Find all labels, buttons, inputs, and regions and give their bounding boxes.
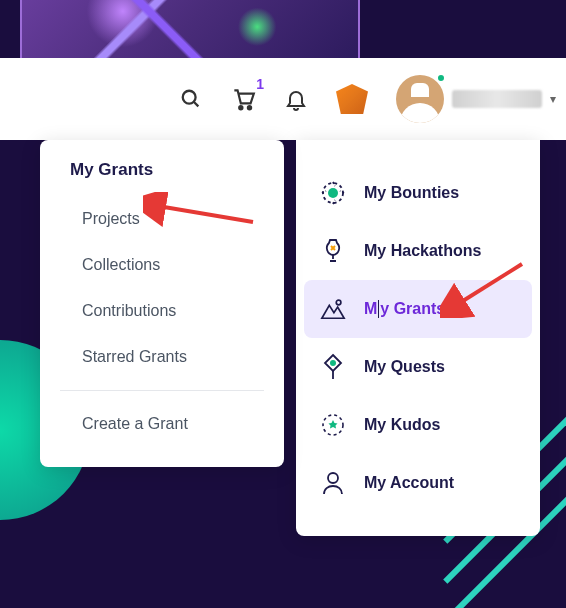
- grants-submenu: My Grants Projects Collections Contribut…: [40, 140, 284, 467]
- quests-icon: [320, 354, 346, 380]
- menu-my-account[interactable]: My Account: [296, 454, 540, 512]
- svg-point-0: [183, 91, 196, 104]
- svg-line-10: [158, 206, 253, 222]
- chevron-down-icon: ▾: [550, 92, 556, 106]
- top-navbar: 1 ▾: [0, 58, 566, 140]
- submenu-title: My Grants: [40, 160, 284, 196]
- cart-icon[interactable]: 1: [230, 86, 256, 112]
- status-dot: [436, 73, 446, 83]
- svg-point-6: [336, 300, 341, 305]
- user-dropdown-menu: My Bounties My Hackathons My Grants: [296, 140, 540, 536]
- menu-label: My Grants: [364, 300, 445, 319]
- menu-my-quests[interactable]: My Quests: [296, 338, 540, 396]
- svg-line-11: [458, 264, 522, 304]
- avatar: [396, 75, 444, 123]
- cart-badge: 1: [256, 76, 264, 92]
- svg-point-7: [330, 360, 336, 366]
- submenu-collections[interactable]: Collections: [40, 242, 284, 288]
- svg-point-9: [328, 473, 338, 483]
- username-blurred: [452, 90, 542, 108]
- svg-line-1: [194, 102, 199, 107]
- kudos-icon: [320, 412, 346, 438]
- grants-icon: [320, 296, 346, 322]
- menu-label: My Account: [364, 474, 454, 492]
- annotation-arrow-right: [440, 258, 530, 318]
- annotation-arrow-left: [143, 192, 263, 232]
- metamask-icon[interactable]: [336, 84, 368, 114]
- svg-point-3: [248, 106, 251, 109]
- submenu-create-grant[interactable]: Create a Grant: [40, 401, 284, 447]
- svg-point-4: [328, 188, 338, 198]
- banner-artwork: [20, 0, 360, 58]
- account-icon: [320, 470, 346, 496]
- svg-point-2: [239, 106, 242, 109]
- search-icon[interactable]: [180, 88, 202, 110]
- bell-icon[interactable]: [284, 87, 308, 111]
- divider: [60, 390, 264, 391]
- menu-label: My Quests: [364, 358, 445, 376]
- submenu-starred-grants[interactable]: Starred Grants: [40, 334, 284, 380]
- bounties-icon: [320, 180, 346, 206]
- menu-label: My Kudos: [364, 416, 440, 434]
- submenu-contributions[interactable]: Contributions: [40, 288, 284, 334]
- menu-my-bounties[interactable]: My Bounties: [296, 164, 540, 222]
- menu-label: My Bounties: [364, 184, 459, 202]
- menu-my-kudos[interactable]: My Kudos: [296, 396, 540, 454]
- user-menu[interactable]: ▾: [396, 75, 556, 123]
- hackathons-icon: [320, 238, 346, 264]
